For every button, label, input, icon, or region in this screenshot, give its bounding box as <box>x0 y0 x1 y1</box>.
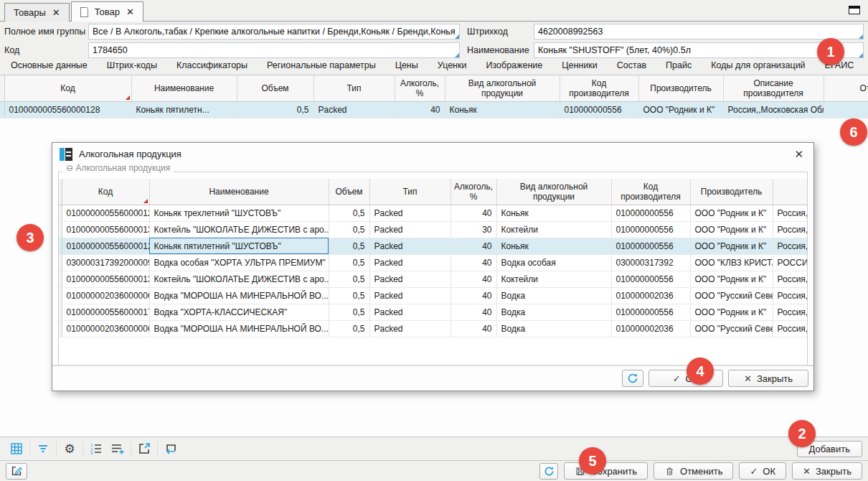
sort-indicator-icon <box>143 199 148 203</box>
table-row[interactable]: 0100000020360000060Водка "МОРОША НА МИНЕ… <box>59 320 808 337</box>
table-row[interactable]: 0300003173920000094Водка особая "ХОРТА У… <box>59 254 808 271</box>
code-field[interactable] <box>88 42 460 58</box>
window-tab-bar: Товары ✕ Товар ✕ <box>0 0 868 22</box>
cell: 0,5 <box>329 238 369 254</box>
cell: Коктейль "ШОКОЛАТЬЕ ДИЖЕСТИВ с аро... <box>149 221 329 238</box>
column-header[interactable]: Код <box>4 75 131 101</box>
table-row[interactable]: 0100000005560000128Коньяк пятилетний "ШУ… <box>59 238 808 254</box>
section-tab[interactable]: Основные данные <box>11 60 88 75</box>
section-tab[interactable]: Ценники <box>562 60 597 75</box>
column-header[interactable]: Вид алкогольной продукции <box>496 179 611 205</box>
table-row[interactable]: 0100000020360000065Водка "МОРОША НА МИНЕ… <box>59 287 808 304</box>
trash-icon <box>664 466 675 477</box>
close-button[interactable]: ✕ Закрыть <box>792 462 862 480</box>
edit-button[interactable] <box>6 463 27 480</box>
cell: 0100000005560000129 <box>62 205 149 221</box>
column-header[interactable]: Код производителя <box>611 179 690 205</box>
column-header[interactable]: Производитель <box>638 75 723 101</box>
section-tab[interactable]: Цены <box>395 60 418 75</box>
table-grid-icon[interactable] <box>6 439 27 458</box>
tab-tovary[interactable]: Товары ✕ <box>4 3 70 22</box>
cell: Россия,, <box>773 221 808 238</box>
section-tab[interactable]: Классификаторы <box>176 60 247 75</box>
cell: 0,5 <box>329 221 369 238</box>
cell: 010000000556 <box>611 238 690 254</box>
groupbox: КодНаименованиеОбъемТипАлкоголь, %Вид ал… <box>58 172 808 367</box>
cell: Россия,, <box>773 320 808 337</box>
app-logo-icon <box>60 148 72 161</box>
section-tab[interactable]: Уценки <box>438 60 467 75</box>
cell: 30 <box>450 221 496 238</box>
column-header[interactable]: Тип <box>369 179 450 205</box>
add-row-icon[interactable] <box>107 439 128 458</box>
section-tab[interactable]: Изображение <box>486 60 542 75</box>
section-tab[interactable]: Прайс <box>666 60 692 75</box>
column-header[interactable]: Описание производителя <box>723 75 824 101</box>
dialog-close-button[interactable]: ✕ Закрыть <box>728 370 808 387</box>
cell: Россия,, <box>773 205 808 221</box>
column-header[interactable]: Алкоголь, % <box>450 179 496 205</box>
column-header[interactable]: Опи <box>773 179 808 205</box>
maximize-icon[interactable] <box>849 6 860 14</box>
cell: Packed <box>369 205 450 221</box>
column-header[interactable]: Тип <box>313 75 395 101</box>
column-header[interactable]: Алкоголь, % <box>395 75 445 101</box>
dialog-close-icon[interactable]: ✕ <box>791 148 806 161</box>
name-label: Наименование <box>467 42 529 58</box>
dialog-title-bar[interactable]: Алкогольная продукция ✕ <box>52 143 813 165</box>
annotation-badge-5: 5 <box>579 447 606 475</box>
column-header[interactable]: Отключи <box>824 75 868 101</box>
section-tab[interactable]: Штрих-коды <box>107 60 157 75</box>
section-tab[interactable]: Региональные параметры <box>267 60 376 75</box>
table-row[interactable]: 0100000005560000131Коктейль "ШОКОЛАТЬЕ Д… <box>59 221 808 238</box>
column-header[interactable]: Наименование <box>149 179 329 205</box>
section-tab[interactable]: Состав <box>617 60 646 75</box>
column-header[interactable]: Наименование <box>131 75 237 101</box>
annotation-badge-4: 4 <box>687 358 714 385</box>
groupbox-legend: ⊖ Алкогольная продукция <box>62 163 174 173</box>
ok-button[interactable]: ✓ ОК <box>739 462 786 480</box>
column-header[interactable]: Код <box>62 179 149 205</box>
numbered-list-icon[interactable]: 123 <box>85 439 107 458</box>
filter-icon[interactable] <box>32 439 54 458</box>
cell: Коктейль "ШОКОЛАТЬЕ ДИЖЕСТИВ с аро... <box>149 271 329 287</box>
code-label: Код <box>4 42 19 58</box>
cell: Packed <box>369 254 450 271</box>
refresh-button[interactable] <box>539 463 558 480</box>
table-row[interactable]: 0100000005560000133Коктейль "ШОКОЛАТЬЕ Д… <box>59 271 808 287</box>
column-header[interactable]: Код производителя <box>560 75 638 101</box>
section-tab[interactable]: Коды для организаций <box>711 60 805 75</box>
column-header[interactable]: Вид алкогольной продукции <box>445 75 560 101</box>
column-header[interactable]: Объем <box>237 75 313 101</box>
table-row[interactable]: 0100000005560000129Коньяк трехлетний "ШУ… <box>59 205 808 221</box>
reload-loop-icon[interactable] <box>160 439 181 458</box>
cell: РОССИЯ <box>773 254 808 271</box>
column-header[interactable]: Производитель <box>690 179 773 205</box>
cell: 010000000556 <box>611 271 690 287</box>
barcode-field[interactable] <box>534 24 864 39</box>
table-row[interactable]: 0100000005560000128Коньяк пятилетн...0,5… <box>0 101 868 118</box>
settings-gear-icon[interactable]: ⚙ <box>59 439 80 458</box>
column-header[interactable]: Объем <box>329 179 369 205</box>
table-row[interactable]: 0100000005560000170Водка "ХОРТА-КЛАССИЧЕ… <box>59 304 808 320</box>
name-field[interactable] <box>534 42 864 58</box>
collapse-icon[interactable]: ⊖ <box>66 163 73 173</box>
main-footer: Сохранить Отменить ✓ ОК ✕ Закрыть <box>0 460 868 481</box>
save-button[interactable]: Сохранить <box>564 462 648 480</box>
cell: Коктейли <box>496 221 611 238</box>
cell: Коньяк пятилетн... <box>131 101 237 118</box>
group-name-field[interactable] <box>88 24 460 39</box>
tab-label: Товар <box>95 6 120 17</box>
tab-close-icon[interactable]: ✕ <box>52 7 60 18</box>
cell: 0,5 <box>329 287 369 304</box>
open-external-icon[interactable] <box>133 439 155 458</box>
document-icon <box>80 7 88 17</box>
dialog-refresh-button[interactable] <box>622 370 643 387</box>
tab-tovar[interactable]: Товар ✕ <box>71 1 143 22</box>
cell: 0100000005560000131 <box>62 221 149 238</box>
cell: Водка особая <box>496 254 611 271</box>
tab-close-icon[interactable]: ✕ <box>126 6 134 17</box>
cell: 40 <box>450 205 496 221</box>
cancel-button[interactable]: Отменить <box>654 462 733 480</box>
alcohol-products-dialog: Алкогольная продукция ✕ ⊖ Алкогольная пр… <box>52 142 814 391</box>
